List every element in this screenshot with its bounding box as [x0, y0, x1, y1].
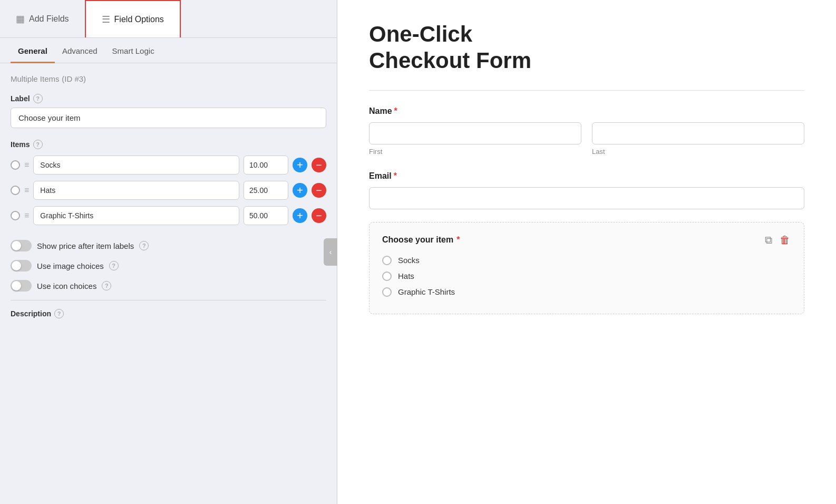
first-name-wrap: First — [369, 122, 581, 156]
email-required-star: * — [394, 171, 397, 181]
collapse-button[interactable]: ‹ — [324, 238, 337, 266]
last-name-sublabel: Last — [592, 148, 804, 156]
item-name-input-2[interactable] — [33, 181, 239, 200]
remove-item-btn-1[interactable]: − — [312, 158, 326, 172]
label-help-icon[interactable]: ? — [33, 94, 43, 103]
use-icon-help-icon[interactable]: ? — [102, 281, 111, 290]
add-fields-label: Add Fields — [29, 14, 69, 24]
form-title: One-ClickCheckout Form — [369, 21, 804, 74]
drag-handle-2[interactable]: ≡ — [24, 186, 29, 195]
items-label: Items ? — [11, 140, 326, 149]
left-panel: ▦ Add Fields ☰ Field Options General Adv… — [0, 0, 337, 504]
field-options-label: Field Options — [114, 15, 164, 24]
last-name-wrap: Last — [592, 122, 804, 156]
tab-advanced[interactable]: Advanced — [55, 38, 105, 63]
use-image-toggle[interactable] — [11, 260, 32, 272]
field-title: Multiple Items (ID #3) — [11, 74, 326, 84]
tab-general[interactable]: General — [11, 38, 55, 63]
use-icon-toggle-row: Use icon choices ? — [11, 280, 326, 292]
item-row: ≡ + − — [11, 181, 326, 200]
form-divider — [369, 90, 804, 91]
copy-field-button[interactable]: ⧉ — [764, 233, 773, 247]
choice-option-2: Hats — [382, 272, 791, 281]
email-input[interactable] — [369, 187, 804, 209]
add-item-btn-2[interactable]: + — [293, 183, 307, 198]
add-item-btn-3[interactable]: + — [293, 208, 307, 223]
last-name-input[interactable] — [592, 122, 804, 144]
first-name-sublabel: First — [369, 148, 581, 156]
sub-tabs: General Advanced Smart Logic — [0, 38, 337, 63]
remove-item-btn-3[interactable]: − — [312, 208, 326, 223]
item-price-input-3[interactable] — [244, 206, 288, 225]
description-label-row: Description ? — [11, 309, 326, 318]
items-help-icon[interactable]: ? — [33, 140, 43, 149]
use-icon-toggle[interactable] — [11, 280, 32, 292]
add-item-btn-1[interactable]: + — [293, 158, 307, 172]
choice-option-1: Socks — [382, 256, 791, 265]
choose-required-star: * — [456, 235, 460, 245]
item-radio-1 — [11, 160, 20, 170]
name-required-star: * — [394, 106, 397, 116]
drag-handle-1[interactable]: ≡ — [24, 160, 29, 170]
fields-icon: ▦ — [16, 13, 25, 25]
name-inputs-row: First Last — [369, 122, 804, 156]
description-help-icon[interactable]: ? — [54, 309, 64, 318]
choose-item-card: Choose your item * ⧉ 🗑 Socks Hats Graphi… — [369, 222, 804, 314]
email-field-label: Email * — [369, 171, 804, 181]
show-price-help-icon[interactable]: ? — [139, 241, 149, 250]
options-icon: ☰ — [102, 14, 110, 25]
choice-option-3: Graphic T-Shirts — [382, 287, 791, 297]
tab-smart-logic[interactable]: Smart Logic — [105, 38, 162, 63]
show-price-toggle[interactable] — [11, 240, 32, 251]
item-radio-3 — [11, 211, 20, 220]
divider — [11, 300, 326, 301]
card-actions: ⧉ 🗑 — [764, 233, 791, 247]
item-price-input-2[interactable] — [244, 181, 288, 200]
add-fields-tab[interactable]: ▦ Add Fields — [0, 0, 85, 37]
label-section-header: Label ? — [11, 94, 326, 103]
drag-handle-3[interactable]: ≡ — [24, 211, 29, 220]
delete-field-button[interactable]: 🗑 — [779, 233, 791, 247]
choice-radio-1[interactable] — [382, 256, 392, 265]
use-image-help-icon[interactable]: ? — [109, 261, 119, 270]
choice-radio-3[interactable] — [382, 287, 392, 297]
right-panel: One-ClickCheckout Form Name * First Last… — [337, 0, 836, 504]
field-options-tab[interactable]: ☰ Field Options — [85, 0, 181, 37]
email-input-wrap — [369, 187, 804, 209]
item-name-input-1[interactable] — [33, 156, 239, 175]
name-field-label: Name * — [369, 106, 804, 116]
item-price-input-1[interactable] — [244, 156, 288, 175]
choose-item-title: Choose your item * — [382, 235, 460, 245]
panel-content: Multiple Items (ID #3) Label ? Items ? ≡… — [0, 63, 337, 504]
item-row: ≡ + − — [11, 206, 326, 225]
choice-radio-2[interactable] — [382, 272, 392, 281]
use-image-toggle-row: Use image choices ? — [11, 260, 326, 272]
first-name-input[interactable] — [369, 122, 581, 144]
choose-item-header: Choose your item * ⧉ 🗑 — [382, 233, 791, 247]
remove-item-btn-2[interactable]: − — [312, 183, 326, 198]
item-row: ≡ + − — [11, 156, 326, 175]
panel-header: ▦ Add Fields ☰ Field Options — [0, 0, 337, 38]
show-price-toggle-row: Show price after item labels ? — [11, 240, 326, 251]
item-name-input-3[interactable] — [33, 206, 239, 225]
label-input[interactable] — [11, 108, 326, 128]
item-radio-2 — [11, 186, 20, 195]
